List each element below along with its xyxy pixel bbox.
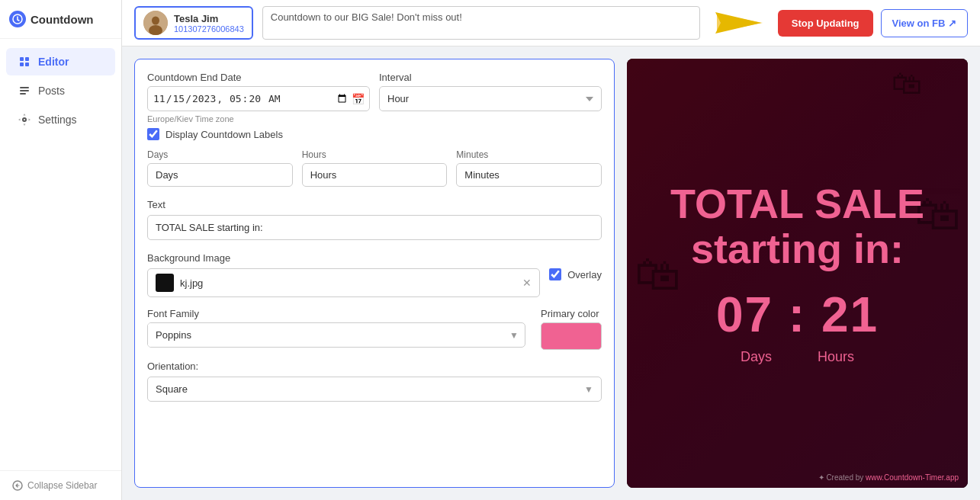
display-labels-row: Display Countdown Labels (147, 128, 602, 140)
end-date-group: Countdown End Date 📅 (147, 72, 370, 111)
minutes-label-group: Minutes (456, 149, 602, 187)
view-on-fb-button[interactable]: View on FB ↗ (881, 9, 968, 37)
sidebar-item-settings[interactable]: Settings (6, 106, 115, 133)
minutes-input[interactable] (456, 163, 602, 187)
date-interval-row: Countdown End Date 📅 Interval Hour Minut… (147, 72, 602, 111)
preview-panel: 🛍 🛍 🛍 TOTAL SALE starting in: 07 : 21 Da… (627, 59, 968, 488)
calendar-icon: 📅 (352, 93, 365, 105)
sidebar-item-editor[interactable]: Editor (6, 48, 115, 75)
orientation-label: Orientation: (147, 361, 602, 372)
sidebar-nav: Editor Posts Settings (0, 39, 121, 470)
svg-point-10 (152, 17, 159, 25)
font-select[interactable]: Poppins Roboto Open Sans Lato (148, 323, 503, 347)
svg-rect-7 (20, 93, 26, 95)
font-family-label: Font Family (147, 308, 525, 319)
svg-rect-2 (25, 57, 29, 61)
svg-marker-13 (715, 12, 761, 34)
user-info: Tesla Jim 101307276006843 (174, 13, 244, 34)
bg-section: Background Image kj.jpg ✕ Overlay (147, 252, 602, 297)
posts-icon (18, 85, 31, 97)
display-labels-label: Display Countdown Labels (165, 129, 283, 140)
font-select-wrap[interactable]: Poppins Roboto Open Sans Lato ▼ (147, 322, 525, 348)
timezone-text: Europe/Kiev Time zone (147, 114, 602, 123)
overlay-label: Overlay (567, 269, 602, 280)
font-color-row: Font Family Poppins Roboto Open Sans Lat… (147, 308, 602, 350)
labels-row: Days Hours Minutes (147, 149, 602, 187)
editor-panel: Countdown End Date 📅 Interval Hour Minut… (134, 59, 615, 488)
text-input[interactable] (147, 215, 602, 240)
arrow-decoration (709, 6, 770, 40)
svg-rect-5 (20, 87, 29, 88)
orientation-select[interactable]: Square Portrait Landscape (148, 377, 577, 401)
orientation-row: Orientation: Square Portrait Landscape ▼ (147, 361, 602, 402)
preview-title-line1: TOTAL SALE (670, 181, 924, 226)
days-label-group: Days (147, 149, 293, 187)
bag-decoration-top: 🛍 (892, 66, 922, 101)
collapse-label: Collapse Sidebar (27, 480, 97, 491)
text-section-label: Text (147, 199, 602, 210)
font-group: Font Family Poppins Roboto Open Sans Lat… (147, 308, 525, 348)
user-avatar (143, 11, 168, 35)
hours-label-group: Hours (302, 149, 448, 187)
message-input[interactable]: Countdown to our BIG Sale! Don't miss ou… (262, 6, 700, 40)
svg-rect-6 (20, 90, 29, 91)
app-name: Countdown (31, 13, 93, 26)
avatar-image (143, 11, 168, 35)
file-thumbnail (156, 274, 174, 292)
settings-icon (18, 114, 31, 126)
end-date-label: Countdown End Date (147, 72, 370, 83)
primary-color-swatch[interactable] (541, 322, 602, 350)
svg-rect-1 (20, 57, 24, 61)
bg-file-row: kj.jpg ✕ Overlay (147, 268, 602, 297)
user-name: Tesla Jim (174, 13, 244, 24)
svg-rect-3 (20, 62, 24, 66)
bg-label: Background Image (147, 252, 602, 264)
date-input-wrap[interactable]: 📅 (147, 86, 370, 111)
hours-input[interactable] (302, 163, 448, 187)
file-remove-button[interactable]: ✕ (522, 277, 532, 289)
preview-days-label: Days (741, 349, 772, 365)
collapse-sidebar-button[interactable]: Collapse Sidebar (0, 470, 121, 500)
sidebar-item-posts-label: Posts (38, 85, 65, 97)
sidebar-item-posts[interactable]: Posts (6, 77, 115, 104)
file-pill[interactable]: kj.jpg ✕ (147, 268, 540, 297)
user-id: 101307276006843 (174, 24, 244, 34)
preview-title: TOTAL SALE starting in: (670, 181, 924, 272)
sidebar-item-editor-label: Editor (38, 56, 69, 68)
days-input[interactable] (147, 163, 293, 187)
preview-content: TOTAL SALE starting in: 07 : 21 Days Hou… (655, 166, 940, 381)
orientation-select-wrap[interactable]: Square Portrait Landscape ▼ (147, 377, 602, 402)
content-area: Countdown End Date 📅 Interval Hour Minut… (122, 46, 980, 500)
footer-text: ✦ Created by (818, 473, 864, 482)
sidebar-item-settings-label: Settings (38, 114, 77, 126)
interval-select[interactable]: Hour Minute Day (379, 86, 602, 111)
hours-col-label: Hours (302, 149, 448, 160)
overlay-checkbox[interactable] (549, 268, 561, 280)
preview-timer: 07 : 21 (670, 287, 924, 343)
days-col-label: Days (147, 149, 293, 160)
font-chevron-icon: ▼ (503, 330, 525, 341)
orientation-chevron-icon: ▼ (577, 384, 601, 395)
interval-label: Interval (379, 72, 602, 83)
logo-icon (9, 11, 26, 27)
color-group: Primary color (541, 308, 602, 350)
primary-color-label: Primary color (541, 308, 602, 319)
app-logo: Countdown (0, 0, 121, 39)
sidebar: Countdown Editor Posts Sett (0, 0, 122, 500)
editor-icon (18, 56, 31, 68)
interval-group: Interval Hour Minute Day (379, 72, 602, 111)
stop-updating-button[interactable]: Stop Updating (778, 10, 873, 37)
date-input[interactable] (153, 87, 349, 111)
display-labels-checkbox[interactable] (147, 128, 159, 140)
file-name: kj.jpg (180, 277, 203, 289)
preview-footer: ✦ Created by www.Countdown-Timer.app (818, 473, 959, 482)
preview-title-line2: starting in: (670, 226, 924, 271)
collapse-icon (12, 480, 23, 491)
user-selector[interactable]: Tesla Jim 101307276006843 (134, 6, 253, 40)
preview-labels: Days Hours (670, 349, 924, 365)
topbar: Tesla Jim 101307276006843 Countdown to o… (122, 0, 980, 46)
main-content: Tesla Jim 101307276006843 Countdown to o… (122, 0, 980, 500)
preview-hours-label: Hours (818, 349, 854, 365)
footer-link[interactable]: www.Countdown-Timer.app (866, 473, 959, 482)
svg-rect-4 (25, 62, 29, 66)
